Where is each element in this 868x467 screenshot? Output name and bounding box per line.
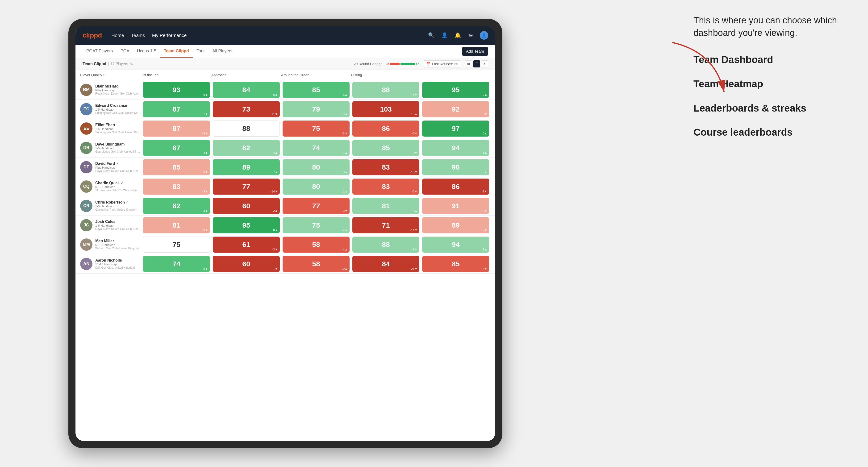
- stat-cell[interactable]: 83-10▼: [352, 159, 420, 175]
- stat-value: 77: [312, 202, 320, 210]
- stat-cell[interactable]: 823▲: [143, 198, 210, 214]
- stat-cell[interactable]: 943▲: [422, 237, 489, 253]
- nav-my-performance[interactable]: My Performance: [152, 33, 187, 38]
- stat-cell[interactable]: 871▲: [143, 101, 210, 117]
- stat-cell[interactable]: 752▲: [283, 217, 349, 233]
- stat-cell[interactable]: 83-6▼: [352, 179, 420, 195]
- stat-cell[interactable]: 874▲: [143, 140, 210, 156]
- nav-teams[interactable]: Teams: [131, 33, 145, 38]
- table-row[interactable]: MMMatt Miller6-10 HandicapWoburn Golf Cl…: [75, 235, 495, 254]
- tab-team-clippd[interactable]: Team Clippd: [160, 45, 193, 58]
- stat-cell[interactable]: 939▲: [143, 82, 210, 98]
- stat-cell[interactable]: 77-3▼: [283, 198, 349, 214]
- stat-cell[interactable]: 748▲: [143, 256, 210, 272]
- player-name[interactable]: Matt Miller: [95, 239, 142, 243]
- stat-cell[interactable]: 814▲: [352, 198, 420, 214]
- col-off-tee[interactable]: Off the Tee —: [142, 73, 211, 77]
- stat-cell[interactable]: 75: [143, 237, 210, 253]
- stat-cell[interactable]: 824▲: [213, 140, 280, 156]
- stat-cell[interactable]: 86-6▼: [352, 121, 420, 136]
- chart-view-button[interactable]: ↕: [481, 60, 488, 67]
- col-approach[interactable]: Approach —: [211, 73, 281, 77]
- tab-pgat-players[interactable]: PGAT Players: [83, 45, 117, 58]
- stat-cell[interactable]: 958▲: [213, 217, 280, 233]
- add-team-button[interactable]: Add Team: [462, 47, 488, 56]
- player-name[interactable]: Dave Billingham: [95, 142, 142, 147]
- table-row[interactable]: EEElliot Ebert1-5 HandicapSunningdale Go…: [75, 119, 495, 138]
- stat-cell[interactable]: 88-1▼: [352, 82, 420, 98]
- edit-icon[interactable]: ✎: [130, 62, 133, 66]
- stat-cell[interactable]: 85-3▼: [352, 140, 420, 156]
- tab-tour[interactable]: Tour: [193, 45, 209, 58]
- stat-cell[interactable]: 584▲: [283, 237, 349, 253]
- user-icon[interactable]: 👤: [440, 31, 448, 40]
- players-table[interactable]: Player Quality ▾ Off the Tee — Approach …: [75, 70, 495, 441]
- stat-cell[interactable]: 60-1▼: [213, 256, 280, 272]
- table-row[interactable]: CRChris Robertson✓1-5 HandicapCraigmilla…: [75, 196, 495, 216]
- stat-cell[interactable]: 963▲: [422, 159, 489, 175]
- stat-cell[interactable]: 88: [213, 121, 280, 136]
- stat-cell[interactable]: 92-3▼: [422, 101, 489, 117]
- stat-cell[interactable]: 803▲: [283, 159, 349, 175]
- col-player-quality[interactable]: Player Quality ▾: [80, 73, 142, 77]
- stat-cell[interactable]: 959▲: [422, 82, 489, 98]
- stat-cell[interactable]: 87-3▼: [143, 121, 210, 136]
- search-icon[interactable]: 🔍: [427, 31, 435, 40]
- stat-cell[interactable]: 10315▲: [352, 101, 420, 117]
- stat-cell[interactable]: 71-11▼: [352, 217, 420, 233]
- stat-cell[interactable]: 897▲: [213, 159, 280, 175]
- avatar-icon[interactable]: 👤: [480, 31, 488, 40]
- player-name[interactable]: Edward Crossman: [95, 103, 142, 108]
- stat-cell[interactable]: 73-11▼: [213, 101, 280, 117]
- tab-pga[interactable]: PGA: [117, 45, 133, 58]
- table-view-button[interactable]: ☰: [473, 60, 480, 67]
- table-row[interactable]: DBDave Billingham1-5 HandicapGog Magog G…: [75, 138, 495, 158]
- player-name[interactable]: Blair McHarg: [95, 84, 142, 88]
- stat-cell[interactable]: 81-3▼: [143, 217, 210, 233]
- stat-cell[interactable]: 89-2▼: [422, 217, 489, 233]
- stat-cell[interactable]: 61-3▼: [213, 237, 280, 253]
- table-row[interactable]: BMBlair McHargPlus HandicapRoyal North D…: [75, 80, 495, 99]
- bell-icon[interactable]: 🔔: [453, 31, 462, 40]
- col-around-green[interactable]: Around the Green —: [281, 73, 351, 77]
- player-name[interactable]: David Ford✓: [95, 161, 142, 166]
- player-name[interactable]: Josh Coles: [95, 220, 142, 224]
- stat-cell[interactable]: 85-4▼: [422, 256, 489, 272]
- table-row[interactable]: ANAaron Nicholls11-15 HandicapDrift Golf…: [75, 254, 495, 274]
- col-putting[interactable]: Putting —: [351, 73, 421, 77]
- stat-cell[interactable]: 83-3▼: [143, 179, 210, 195]
- nav-home[interactable]: Home: [111, 33, 124, 38]
- player-name[interactable]: Elliot Ebert: [95, 123, 142, 127]
- stat-cell[interactable]: 75-3▼: [283, 121, 349, 136]
- player-club: Craigmillar Park, United Kingdom: [95, 208, 142, 211]
- table-row[interactable]: JCJosh Coles1-5 HandicapRoyal North Devo…: [75, 216, 495, 235]
- stat-cell[interactable]: 602▲: [213, 198, 280, 214]
- tab-hcaps[interactable]: Hcaps 1-5: [133, 45, 160, 58]
- stat-cell[interactable]: 86-8▼: [422, 179, 489, 195]
- stat-cell[interactable]: 941▲: [422, 140, 489, 156]
- stat-cell[interactable]: 799▲: [283, 101, 349, 117]
- tab-all-players[interactable]: All Players: [209, 45, 236, 58]
- table-row[interactable]: ECEdward Crossman1-5 HandicapSunningdale…: [75, 99, 495, 119]
- stat-cell[interactable]: 858▲: [283, 82, 349, 98]
- stat-cell[interactable]: 5810▲: [283, 256, 349, 272]
- player-name[interactable]: Chris Robertson✓: [95, 200, 142, 205]
- grid-view-button[interactable]: ⊞: [465, 60, 472, 67]
- stat-cell[interactable]: 846▲: [213, 82, 280, 98]
- player-name[interactable]: Charlie Quick✓: [95, 181, 142, 185]
- table-row[interactable]: DFDavid Ford✓Plus HandicapRoyal North De…: [75, 158, 495, 177]
- stat-cell[interactable]: 88-2▼: [352, 237, 420, 253]
- stat-cell[interactable]: 801▲: [283, 179, 349, 195]
- settings-icon[interactable]: ⊕: [467, 31, 475, 40]
- stat-cell[interactable]: 741▲: [283, 140, 349, 156]
- player-name[interactable]: Aaron Nicholls: [95, 258, 142, 262]
- stat-cell[interactable]: 77-14▼: [213, 179, 280, 195]
- last-rounds-button[interactable]: 📅 Last Rounds: 20: [423, 60, 461, 67]
- player-info: DFDavid Ford✓Plus HandicapRoyal North De…: [80, 159, 142, 175]
- stat-cell[interactable]: 91-3▼: [422, 198, 489, 214]
- stat-cell[interactable]: 975▲: [422, 121, 489, 136]
- stat-cell[interactable]: 84-21▼: [352, 256, 420, 272]
- table-row[interactable]: CQCharlie Quick✓6-10 HandicapSt. George'…: [75, 177, 495, 196]
- player-info: ECEdward Crossman1-5 HandicapSunningdale…: [80, 101, 142, 117]
- stat-cell[interactable]: 85-3▼: [143, 159, 210, 175]
